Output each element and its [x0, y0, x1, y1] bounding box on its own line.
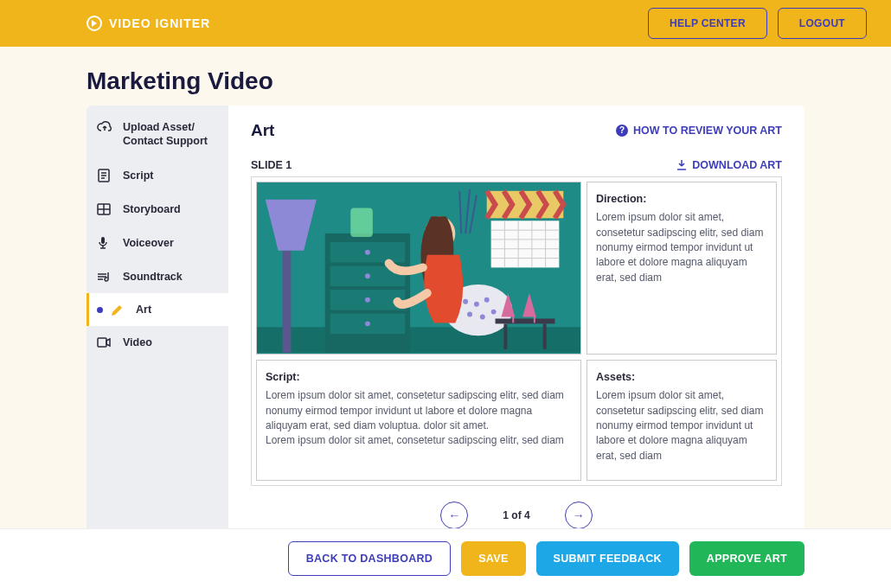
svg-rect-7	[101, 237, 105, 244]
svg-point-28	[365, 321, 370, 326]
topbar: VIDEO IGNITER HELP CENTER LOGOUT	[0, 0, 891, 47]
svg-rect-50	[512, 315, 514, 323]
script-label: Script:	[266, 369, 572, 385]
art-illustration	[257, 182, 580, 353]
assets-cell: Assets: Lorem ipsum dolor sit amet, cons…	[587, 360, 777, 481]
svg-point-41	[463, 299, 468, 304]
sidebar-item-art[interactable]: Art	[87, 293, 228, 326]
active-dot-icon	[97, 307, 103, 313]
svg-rect-31	[491, 220, 560, 267]
sidebar-item-script[interactable]: Script	[87, 158, 228, 193]
sidebar-item-soundtrack[interactable]: Soundtrack	[87, 260, 228, 293]
pen-icon	[110, 304, 125, 316]
svg-point-43	[484, 297, 490, 303]
sidebar-item-label: Voiceover	[123, 237, 174, 249]
svg-point-22	[365, 250, 370, 255]
svg-point-24	[365, 273, 370, 278]
script-text: Lorem ipsum dolor sit amet, consetetur s…	[266, 389, 564, 446]
download-art-link[interactable]: DOWNLOAD ART	[676, 159, 782, 171]
svg-point-42	[474, 302, 479, 307]
sidebar-item-label: Art	[136, 304, 151, 316]
brand-logo: VIDEO IGNITER	[87, 16, 210, 31]
pager-text: 1 of 4	[503, 509, 529, 521]
assets-label: Assets:	[596, 369, 767, 385]
sidebar: Upload Asset/ Contact Support Script Sto…	[87, 105, 228, 546]
arrow-right-icon: →	[573, 508, 585, 522]
main-panel: Art ? HOW TO REVIEW YOUR ART SLIDE 1 DOW…	[228, 105, 804, 546]
svg-rect-48	[503, 323, 507, 349]
storyboard-icon	[97, 203, 112, 215]
page-title: Marketing Video	[0, 47, 891, 105]
sidebar-item-storyboard[interactable]: Storyboard	[87, 193, 228, 226]
sidebar-item-label: Script	[123, 169, 153, 182]
slide-grid: Direction: Lorem ipsum dolor sit amet, c…	[251, 176, 782, 486]
svg-rect-49	[543, 323, 547, 349]
sidebar-item-upload[interactable]: Upload Asset/ Contact Support	[87, 111, 228, 158]
topbar-actions: HELP CENTER LOGOUT	[648, 8, 867, 39]
submit-feedback-button[interactable]: SUBMIT FEEDBACK	[536, 541, 679, 576]
arrow-left-icon: ←	[448, 508, 460, 522]
svg-text:?: ?	[619, 125, 625, 135]
direction-cell: Direction: Lorem ipsum dolor sit amet, c…	[587, 182, 777, 355]
how-to-label: HOW TO REVIEW YOUR ART	[633, 125, 782, 137]
direction-label: Direction:	[596, 191, 767, 207]
back-to-dashboard-button[interactable]: BACK TO DASHBOARD	[288, 541, 452, 576]
svg-point-45	[480, 315, 485, 320]
direction-text: Lorem ipsum dolor sit amet, consetetur s…	[596, 211, 763, 284]
section-title: Art	[251, 121, 274, 140]
next-slide-button[interactable]: →	[565, 502, 593, 529]
mic-icon	[97, 236, 112, 250]
workspace: Upload Asset/ Contact Support Script Sto…	[0, 105, 891, 546]
art-preview[interactable]	[256, 182, 581, 355]
svg-rect-29	[350, 208, 373, 237]
svg-rect-19	[283, 251, 292, 353]
help-circle-icon: ?	[616, 125, 628, 137]
prev-slide-button[interactable]: ←	[440, 502, 468, 529]
svg-rect-47	[496, 318, 555, 323]
svg-rect-13	[98, 338, 106, 347]
svg-rect-18	[257, 327, 580, 353]
sidebar-item-label: Upload Asset/ Contact Support	[123, 121, 208, 148]
sidebar-item-label: Soundtrack	[123, 271, 183, 283]
script-icon	[97, 169, 112, 182]
svg-rect-51	[534, 315, 535, 323]
download-icon	[676, 160, 687, 170]
help-center-button[interactable]: HELP CENTER	[648, 8, 767, 39]
music-icon	[97, 271, 112, 283]
svg-point-26	[365, 297, 370, 303]
brand-text: VIDEO IGNITER	[109, 16, 210, 30]
save-button[interactable]: SAVE	[461, 541, 525, 576]
slide-number-label: SLIDE 1	[251, 159, 292, 171]
approve-art-button[interactable]: APPROVE ART	[689, 541, 804, 576]
sidebar-item-voiceover[interactable]: Voiceover	[87, 226, 228, 260]
download-art-label: DOWNLOAD ART	[692, 159, 782, 171]
footer-actions: BACK TO DASHBOARD SAVE SUBMIT FEEDBACK A…	[0, 528, 891, 588]
brand-icon	[87, 16, 102, 31]
slide-pager: ← 1 of 4 →	[251, 502, 782, 529]
logout-button[interactable]: LOGOUT	[778, 8, 867, 39]
sidebar-item-label: Storyboard	[123, 203, 181, 215]
slide-subtitle-row: SLIDE 1 DOWNLOAD ART	[251, 159, 782, 171]
cloud-upload-icon	[97, 121, 112, 133]
how-to-review-link[interactable]: ? HOW TO REVIEW YOUR ART	[616, 125, 782, 137]
sidebar-item-video[interactable]: Video	[87, 326, 228, 359]
assets-text: Lorem ipsum dolor sit amet, consetetur s…	[596, 389, 763, 462]
sidebar-item-label: Video	[123, 336, 152, 348]
script-cell: Script: Lorem ipsum dolor sit amet, cons…	[256, 360, 581, 481]
main-header: Art ? HOW TO REVIEW YOUR ART	[251, 121, 782, 140]
svg-point-44	[467, 312, 472, 317]
video-icon	[97, 337, 112, 348]
svg-point-46	[491, 310, 497, 315]
